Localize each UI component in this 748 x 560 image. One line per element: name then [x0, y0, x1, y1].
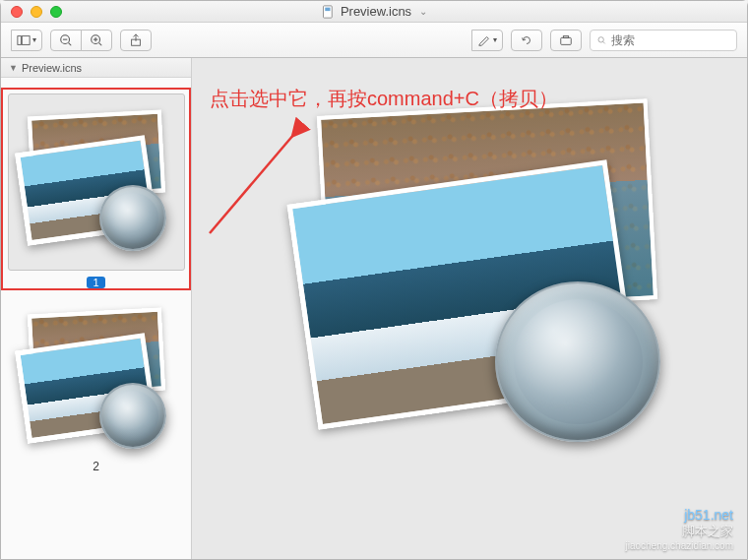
svg-line-8 [99, 42, 102, 45]
watermark-text-1: 脚本之家 [625, 523, 733, 540]
traffic-lights [11, 6, 62, 18]
search-icon [596, 34, 607, 46]
search-field[interactable] [590, 30, 737, 51]
instruction-annotation: 点击选中它，再按command+C（拷贝） [210, 86, 558, 112]
document-icon [321, 5, 335, 19]
content-area: ▼ Preview.icns 1 [1, 58, 747, 559]
svg-rect-12 [561, 37, 572, 44]
thumbnail-item-2[interactable]: 2 [1, 302, 191, 473]
annotation-arrow-icon [202, 117, 320, 245]
markup-group: ▾ [471, 30, 503, 51]
window-title: Preview.icns ⌄ [321, 4, 427, 19]
thumbnail-image[interactable] [8, 306, 185, 454]
close-button[interactable] [11, 6, 23, 18]
svg-rect-13 [563, 35, 568, 37]
sidebar-title: Preview.icns [22, 62, 82, 74]
title-chevron-icon[interactable]: ⌄ [419, 6, 427, 17]
svg-line-5 [69, 42, 72, 45]
title-bar: Preview.icns ⌄ [1, 1, 747, 23]
toolbar: ▾ ▾ [1, 23, 747, 58]
minimize-button[interactable] [31, 6, 42, 18]
markup-toolbar-button[interactable] [550, 30, 582, 51]
svg-rect-1 [325, 7, 330, 11]
svg-line-15 [603, 41, 605, 43]
sidebar-view-button[interactable]: ▾ [11, 30, 42, 51]
thumbnail-item-1[interactable]: 1 [1, 88, 191, 290]
rotate-button[interactable] [511, 30, 542, 51]
main-canvas[interactable]: 点击选中它，再按command+C（拷贝） jb51.net 脚本之家 jiao… [192, 58, 747, 559]
svg-rect-2 [18, 35, 22, 44]
sidebar-header[interactable]: ▼ Preview.icns [1, 58, 191, 78]
svg-rect-3 [22, 35, 30, 44]
search-input[interactable] [611, 33, 730, 47]
sidebar: ▼ Preview.icns 1 [1, 58, 192, 559]
zoom-group [50, 30, 112, 51]
view-mode-group: ▾ [11, 30, 42, 51]
preview-window: Preview.icns ⌄ ▾ ▾ ▼ Preview.icns [0, 0, 748, 560]
watermark-url: jb51.net [625, 507, 733, 523]
selected-badge: 1 [7, 277, 185, 288]
watermark-text-2: jiaocheng.chazidian.com [625, 540, 733, 551]
zoom-out-button[interactable] [50, 30, 82, 51]
disclosure-triangle-icon[interactable]: ▼ [9, 63, 18, 73]
thumbnail-image[interactable] [8, 93, 185, 271]
thumbnail-label: 2 [5, 460, 187, 473]
maximize-button[interactable] [50, 6, 62, 18]
svg-line-16 [210, 127, 300, 233]
share-button[interactable] [120, 30, 152, 51]
thumbnail-list[interactable]: 1 2 [1, 78, 191, 495]
highlight-button[interactable]: ▾ [471, 30, 503, 51]
title-text: Preview.icns [341, 4, 411, 19]
svg-point-14 [598, 36, 603, 41]
zoom-in-button[interactable] [81, 30, 112, 51]
watermark: jb51.net 脚本之家 jiaocheng.chazidian.com [625, 507, 733, 551]
preview-app-icon [280, 107, 694, 442]
